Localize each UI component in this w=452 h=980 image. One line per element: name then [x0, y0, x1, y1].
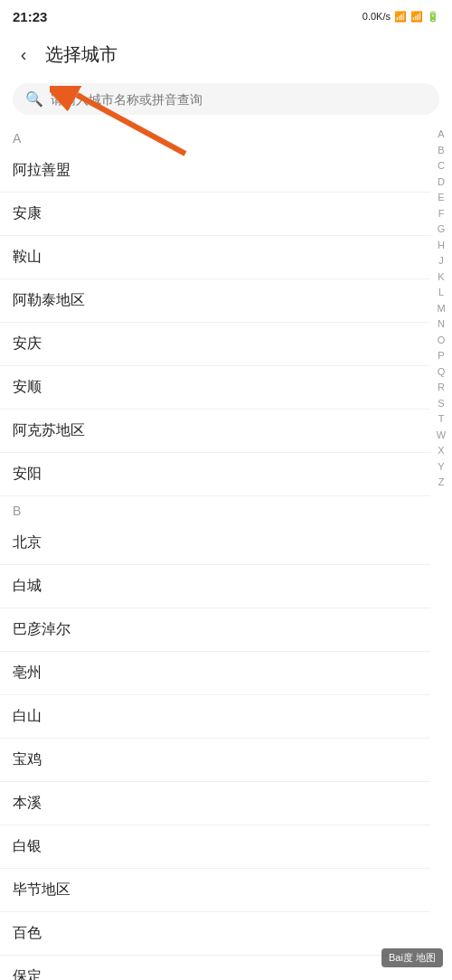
city-item[interactable]: 白山 [0, 695, 430, 739]
network-speed: 0.0K/s [363, 11, 391, 22]
alpha-s[interactable]: S [434, 396, 448, 411]
alpha-r[interactable]: R [434, 380, 448, 395]
city-item[interactable]: 安康 [0, 193, 430, 236]
search-input[interactable] [51, 92, 427, 107]
alpha-g[interactable]: G [434, 221, 448, 237]
city-item[interactable]: 本溪 [0, 782, 430, 825]
page-title: 选择城市 [45, 42, 118, 67]
alpha-n[interactable]: N [434, 316, 448, 332]
city-list-container: A 阿拉善盟 安康 鞍山 阿勒泰地区 安庆 安顺 阿克苏地区 安阳 B 北京 白… [0, 124, 452, 980]
search-bar-wrap: 🔍 [0, 76, 452, 124]
wifi-icon: 📶 [410, 11, 423, 23]
alpha-k[interactable]: K [434, 269, 448, 285]
status-bar: 21:23 0.0K/s 📶 📶 🔋 [0, 0, 452, 33]
alpha-q[interactable]: Q [434, 364, 448, 380]
alpha-e[interactable]: E [434, 190, 448, 205]
search-bar[interactable]: 🔍 [13, 83, 439, 115]
city-item[interactable]: 白银 [0, 825, 430, 869]
alpha-d[interactable]: D [434, 174, 448, 190]
back-button[interactable]: ‹ [9, 40, 38, 69]
status-time: 21:23 [13, 9, 47, 24]
city-item[interactable]: 鞍山 [0, 236, 430, 279]
city-item[interactable]: 毕节地区 [0, 869, 430, 912]
city-item[interactable]: 北京 [0, 522, 430, 565]
alpha-l[interactable]: L [434, 285, 448, 300]
alpha-h[interactable]: H [434, 238, 448, 253]
alpha-o[interactable]: O [434, 333, 448, 348]
status-right: 0.0K/s 📶 📶 🔋 [363, 11, 439, 23]
alpha-a[interactable]: A [434, 127, 448, 142]
alpha-t[interactable]: T [434, 411, 448, 427]
alpha-b[interactable]: B [434, 143, 448, 158]
city-item[interactable]: 亳州 [0, 652, 430, 695]
city-item[interactable]: 安顺 [0, 366, 430, 410]
city-item[interactable]: 安庆 [0, 323, 430, 366]
search-icon: 🔍 [25, 90, 43, 108]
city-item[interactable]: 安阳 [0, 453, 430, 496]
city-item[interactable]: 白城 [0, 565, 430, 608]
city-item[interactable]: 阿克苏地区 [0, 410, 430, 453]
section-header-a: A [0, 124, 430, 149]
section-header-b: B [0, 496, 430, 522]
battery-icon: 🔋 [427, 11, 439, 23]
city-item[interactable]: 阿勒泰地区 [0, 279, 430, 323]
alpha-x[interactable]: X [434, 443, 448, 458]
city-item[interactable]: 巴彦淖尔 [0, 608, 430, 652]
alpha-p[interactable]: P [434, 348, 448, 363]
alpha-f[interactable]: F [434, 206, 448, 221]
city-item[interactable]: 阿拉善盟 [0, 149, 430, 193]
watermark: Bai度 地图 [381, 948, 443, 967]
signal-icon: 📶 [394, 11, 407, 23]
city-item[interactable]: 百色 [0, 912, 430, 956]
alpha-w[interactable]: W [434, 428, 448, 443]
alpha-c[interactable]: C [434, 158, 448, 174]
top-bar: ‹ 选择城市 [0, 33, 452, 76]
alpha-y[interactable]: Y [434, 459, 448, 475]
alpha-z[interactable]: Z [434, 475, 448, 490]
alpha-m[interactable]: M [434, 301, 448, 316]
city-item[interactable]: 保定 [0, 956, 430, 980]
back-arrow-icon: ‹ [21, 44, 27, 65]
city-item[interactable]: 宝鸡 [0, 739, 430, 782]
alpha-index: A B C D E F G H J K L M N O P Q R S T W … [434, 127, 448, 490]
alpha-j[interactable]: J [434, 253, 448, 269]
